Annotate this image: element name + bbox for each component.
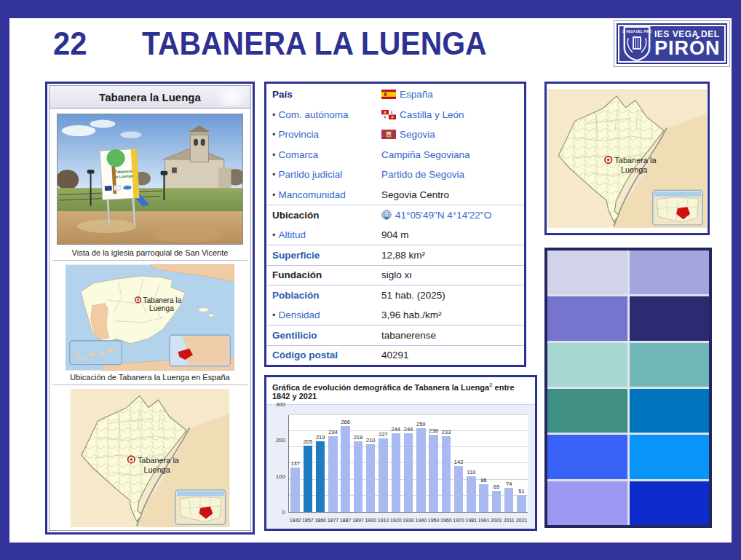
infobox-label[interactable]: •Densidad [272,309,381,320]
infobox-row: PaísEspaña [266,84,524,105]
y-axis-tick-label: 100 [268,473,285,480]
infobox-label-text[interactable]: Población [272,290,320,301]
infobox-value-text: 12,88 km² [381,250,425,261]
marker-label: Luenga [143,465,170,474]
marker-label: Tabanera la [614,156,657,165]
segovia-flag-icon [381,130,396,139]
segovia-province-map: Tabanera la Luenga [57,389,243,527]
bars-container: 1371842205185721918602341877266188721818… [289,415,528,512]
province-map-small: Tabanera la Luenga [49,385,250,530]
chart-title: Gráfica de evolución demográfica de Taba… [266,377,535,405]
infobox-value: España [381,89,520,100]
palette-swatch [547,251,627,294]
bullet: • [272,149,276,160]
infobox-label[interactable]: •Provincia [272,129,381,140]
infobox-label[interactable]: •Altitud [272,229,381,240]
infobox-row: Superficie12,88 km² [266,245,524,265]
infobox-value: siglo xı [381,269,520,280]
bullet: • [272,129,276,140]
infobox-value-text[interactable]: Segovia [400,129,435,140]
infobox-value: 40291 [381,350,520,360]
chart-plot: 1371842205185721918602341877266188721818… [288,415,528,513]
page-title: TABANERA LA LUENGA [142,25,487,62]
marker-label: Luenga [149,304,174,312]
infobox-label-text[interactable]: Superficie [272,250,320,261]
infobox-label-text[interactable]: Comarca [279,149,319,160]
canary-islands-inset [70,341,122,365]
infobox-row: •ProvinciaSegovia [266,125,524,145]
village-photo: Tabanera la Luenga [58,114,242,244]
palette-swatch [630,435,710,478]
slide: 22 TABANERA LA LUENGA IES VEGA DEL PIRÓN… [9,18,732,543]
infobox-label: Superficie [272,250,381,261]
population-bar [492,491,501,512]
bullet: • [272,109,276,120]
infobox-label: Fundación [272,269,381,280]
spain-location-map: Tabanera la Luenga [66,264,234,371]
infobox-label-text[interactable]: Código postal [272,350,338,360]
palette-swatch [547,435,627,478]
bar-slot: 2441930 [402,415,414,512]
infobox-value-text: 51 hab. (2025) [381,290,445,301]
infobox-value-text[interactable]: 41°05'49"N 4°14'22"O [395,210,491,221]
infobox-label: País [272,89,381,100]
infobox-label[interactable]: •Comarca [272,149,381,160]
infobox-label-text[interactable]: Densidad [279,309,320,320]
infobox-value-text: tabanerense [381,330,436,341]
bar-slot: 861991 [478,415,490,512]
infobox-label-text[interactable]: Mancomunidad [279,189,346,200]
infobox-title: Tabanera la Luenga [49,86,250,109]
infobox-label[interactable]: •Com. autónoma [272,109,381,120]
population-bar [304,446,312,512]
infobox-row: Gentiliciotabanerense [266,325,524,345]
infobox-value-text[interactable]: Castilla y León [400,109,464,120]
village-photo-wrap: Tabanera la Luenga [49,109,250,247]
y-axis-tick-label: 300 [268,401,285,408]
infobox-value-text: 40291 [381,350,409,360]
bar-slot: 2341877 [327,415,339,512]
bar-slot: 2661887 [339,415,352,512]
palette-swatch [630,389,710,433]
infobox-value-text[interactable]: Campiña Segoviana [381,149,470,160]
slide-number: 22 [53,25,87,62]
y-axis-tick-label: 0 [268,509,285,516]
infobox-value: Segovia Centro [381,189,520,200]
castilla-leon-inset-map [175,490,225,525]
spain-flag-icon [381,90,396,99]
population-bar [416,428,425,512]
population-bar [328,436,337,512]
infobox-value: 41°05'49"N 4°14'22"O [381,210,520,221]
bar-slot: 2181897 [352,415,364,512]
logo-line2: PIRÓN [654,39,721,58]
chart-body: 1371842205185721918602341877266188721818… [266,405,535,529]
palette-swatch [630,481,710,525]
infobox-label-text[interactable]: Altitud [279,229,306,240]
infobox-label-text[interactable]: Provincia [279,129,320,140]
bullet: • [272,309,276,320]
infobox-label[interactable]: •Partido judicial [272,169,381,180]
bullet: • [272,189,276,200]
bar-slot: 742011 [503,415,515,512]
infobox-value-text[interactable]: España [400,89,433,100]
infobox-row: •ComarcaCampiña Segoviana [266,145,524,165]
bar-slot: 1371842 [289,415,301,512]
infobox-label-text[interactable]: Partido judicial [279,169,343,180]
spain-map-wrap: Tabanera la Luenga [49,261,250,371]
palette-swatch [630,296,710,340]
infobox-label: Ubicación [272,210,381,221]
population-bar [442,436,451,512]
infobox-value-text[interactable]: Partido de Segovia [381,169,464,180]
infobox-label[interactable]: •Mancomunidad [272,189,381,200]
infobox-value: 904 m [381,229,520,240]
population-bar [404,433,413,512]
infobox-label-text[interactable]: Com. autónoma [279,109,349,120]
infobox-value: Segovia [381,129,520,140]
marker-label: Tabanera la [138,456,180,465]
infobox-value: 3,96 hab./km² [381,309,520,320]
infobox-label-text[interactable]: Gentilicio [272,330,317,341]
y-axis-tick-label: 200 [268,437,285,443]
infobox-value: 51 hab. (2025) [381,290,520,301]
population-bar [316,441,325,512]
infobox-label: Población [272,290,381,301]
infobox-label: Gentilicio [272,330,381,341]
